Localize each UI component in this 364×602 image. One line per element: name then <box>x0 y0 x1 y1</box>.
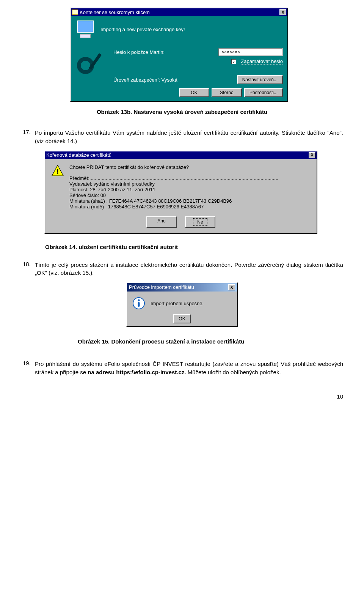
svg-text:!: ! <box>56 167 59 176</box>
info-icon <box>132 297 145 310</box>
confirm-add-message: Chcete PŘIDAT tento certifikát do kořeno… <box>69 164 311 170</box>
connect-url-bold: na adresu https:\\efolio.cp-invest.cz. <box>88 369 186 375</box>
dialog-private-key-container: Kontejner se soukromým klíčem X Importin… <box>70 8 288 102</box>
field-validity: Platnost: 28. září 2000 až 11. září 2011 <box>69 187 311 192</box>
step-17-text: Po importu Vašeho certifikátu Vám systém… <box>35 129 343 145</box>
importing-message: Importing a new private exchange key! <box>100 27 185 32</box>
step-18-text: Tímto je celý proces stažení a instalace… <box>35 261 343 277</box>
figure-caption-15: Obrázek 15. Dokončení procesu stažení a … <box>78 338 343 345</box>
ok-button[interactable]: OK <box>179 88 209 97</box>
window-title: Kontejner se soukromým klíčem <box>80 9 279 15</box>
key-container-icon <box>72 9 78 15</box>
window-title: Průvodce importem certifikátu <box>129 284 228 290</box>
close-icon[interactable]: X <box>228 284 235 290</box>
key-icon <box>75 49 110 84</box>
password-input[interactable]: ××××××× <box>218 48 283 56</box>
close-icon[interactable]: X <box>279 9 286 15</box>
ok-button[interactable]: OK <box>173 314 190 323</box>
list-number-18: 18. <box>23 261 33 267</box>
cancel-button[interactable]: Storno <box>212 88 242 97</box>
svg-point-3 <box>138 299 140 301</box>
dialog-import-wizard: Průvodce importem certifikátu X Import p… <box>126 282 238 327</box>
figure-caption-13b: Obrázek 13b. Nastavena vysoká úroveň zab… <box>21 109 343 115</box>
title-bar[interactable]: Kořenová databáze certifikátů X <box>45 151 317 159</box>
title-bar[interactable]: Kontejner se soukromým klíčem X <box>71 8 287 16</box>
list-number-17: 17. <box>23 129 33 135</box>
field-serial: Sériové číslo: 00 <box>69 192 311 198</box>
remember-label: Zapamatovat heslo <box>241 58 283 65</box>
field-md5: Miniatura (md5) : 1768548C E8747C57 E690… <box>69 204 311 210</box>
warning-icon: ! <box>51 164 64 177</box>
yes-button[interactable]: Ano <box>146 216 177 228</box>
step-19-text: Pro přihlášení do systému eFolio společn… <box>35 360 343 377</box>
field-subject-value: ........................................… <box>89 175 278 181</box>
field-issuer: Vydavatel: vydáno vlastními prostředky <box>69 181 311 187</box>
field-sha1: Miniatura (sha1) : FE7E464A 47C46243 88C… <box>69 198 311 204</box>
window-title: Kořenová databáze certifikátů <box>46 152 309 158</box>
field-subject-label: Předmět: <box>69 175 89 181</box>
dialog-body: Importing a new private exchange key! He… <box>71 16 287 101</box>
password-label: Heslo k položce Martin: <box>113 49 165 55</box>
no-button[interactable]: Ne <box>185 216 215 228</box>
monitor-icon <box>75 20 96 39</box>
close-icon[interactable]: X <box>309 152 315 158</box>
page-number: 10 <box>337 393 343 400</box>
security-level-label: Úroveň zabezpečení: Vysoká <box>113 77 232 83</box>
details-button[interactable]: Podrobnosti... <box>244 88 283 97</box>
svg-rect-4 <box>138 302 140 307</box>
success-message: Import proběhl úspěšně. <box>151 301 204 306</box>
figure-caption-14: Obrázek 14. uložení certifikátu certifik… <box>45 244 343 250</box>
title-bar[interactable]: Průvodce importem certifikátu X <box>127 283 237 292</box>
remember-checkbox[interactable]: ✓ <box>231 59 236 64</box>
set-level-button[interactable]: Nastavit úroveň... <box>237 75 283 84</box>
list-number-19: 19. <box>23 360 33 366</box>
no-button-focus[interactable]: Ne <box>193 218 207 226</box>
dialog-root-cert-db: Kořenová databáze certifikátů X ! Chcete… <box>44 151 317 234</box>
